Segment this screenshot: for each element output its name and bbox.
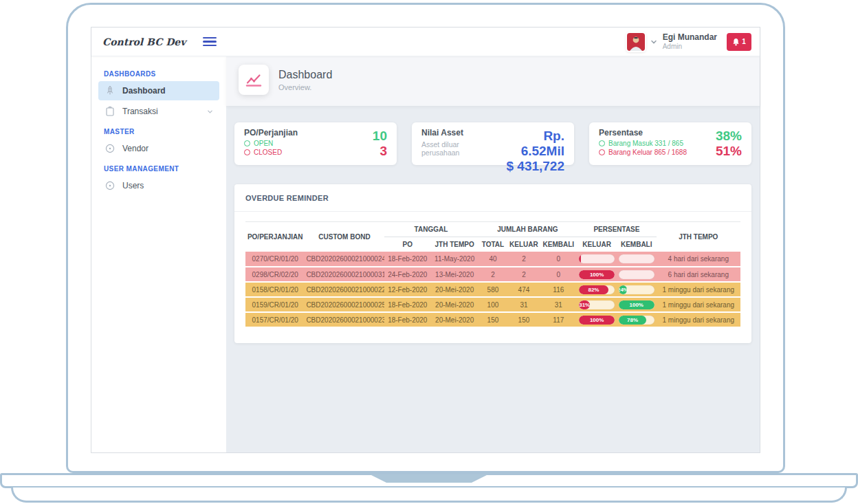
cell-pers-kembali <box>617 267 657 282</box>
hamburger-menu-icon[interactable] <box>200 34 219 50</box>
cell-pers-keluar: 31% <box>577 297 617 312</box>
cell-tanggal-po: 18-Feb-2020 <box>384 252 431 267</box>
progress-bar-kembali: 24% <box>619 285 654 294</box>
sidebar-item-label: Transaksi <box>122 107 158 116</box>
cell-kembali: 31 <box>540 297 577 312</box>
cell-pers-keluar: 82% <box>577 282 617 297</box>
progress-bar-kembali: 78% <box>619 316 654 325</box>
table-row: 0158/CR/01/20 CBD20202600021000022 12-Fe… <box>245 282 740 297</box>
cell-jth-tempo: 20-Mei-2020 <box>431 282 478 297</box>
overdue-reminder-card: OVERDUE REMINDER PO/PERJAN <box>234 184 751 343</box>
user-role: Admin <box>663 43 717 50</box>
col-header-pers-kembali: KEMBALI <box>617 237 657 252</box>
sidebar-item-label: Dashboard <box>122 86 166 96</box>
col-header-custom-bond: CUSTOM BOND <box>305 222 384 252</box>
asset-value-idr: Rp. 6.52Mil <box>498 129 564 159</box>
cell-custom-bond: CBD20202600021000025 <box>305 297 384 312</box>
user-name: Egi Munandar <box>663 33 717 42</box>
rocket-icon <box>104 85 116 96</box>
progress-bar-kembali <box>619 254 654 263</box>
cell-keluar: 474 <box>508 282 540 297</box>
closed-value: 3 <box>373 144 387 159</box>
sidebar-item-transaksi[interactable]: Transaksi <box>98 102 219 121</box>
cell-tanggal-po: 18-Feb-2020 <box>384 297 431 312</box>
stat-card-persentase: Persentase Barang Masuk 331 / 865 Barang… <box>589 122 751 165</box>
col-group-tanggal: TANGGAL <box>384 222 478 237</box>
topbar: Control BC Dev Egi Munandar <box>91 28 760 56</box>
sidebar-section-user-management: USER MANAGEMENT <box>104 165 214 173</box>
sidebar-item-dashboard[interactable]: Dashboard <box>98 81 219 100</box>
user-menu[interactable]: Egi Munandar Admin <box>663 33 717 50</box>
cell-pers-keluar: 100% <box>577 312 617 327</box>
cell-due: 1 minggu dari sekarang <box>657 312 740 327</box>
stat-card-nilai-asset: Nilai Asset Asset diluar perusahaan Rp. … <box>412 122 574 165</box>
open-value: 10 <box>373 129 387 144</box>
progress-bar-keluar: 31% <box>579 300 615 309</box>
cell-total: 40 <box>478 252 507 267</box>
table-row: 0157/CR/01/20 CBD20202600021000023 18-Fe… <box>245 312 740 327</box>
cell-jth-tempo: 11-May-2020 <box>431 252 478 267</box>
sidebar-section-dashboards: DASHBOARDS <box>104 70 214 78</box>
keluar-percent: 51% <box>716 144 742 159</box>
col-header-total: TOTAL <box>478 237 507 252</box>
sidebar-item-label: Vendor <box>122 144 148 153</box>
sidebar-section-master: MASTER <box>104 128 214 135</box>
progress-bar-keluar <box>579 254 615 263</box>
cell-po: 0157/CR/01/20 <box>245 312 305 327</box>
sidebar: DASHBOARDS Dashboard Transaksi <box>91 56 226 452</box>
notifications-button[interactable]: 1 <box>727 33 751 51</box>
cell-pers-kembali <box>617 252 657 267</box>
cell-pers-keluar: 100% <box>577 267 617 282</box>
app-logo[interactable]: Control BC Dev <box>102 36 200 47</box>
cell-jth-tempo: 13-Mei-2020 <box>431 267 478 282</box>
cell-total: 100 <box>478 297 507 312</box>
progress-bar-kembali: 100% <box>619 300 654 309</box>
cell-total: 580 <box>478 282 507 297</box>
stat-card-po-perjanjian: PO/Perjanjian OPEN CLOSED 10 3 <box>234 122 397 165</box>
cell-kembali: 117 <box>540 312 577 327</box>
bell-icon <box>732 38 740 46</box>
col-header-keluar: KELUAR <box>508 237 540 252</box>
avatar[interactable] <box>627 33 645 51</box>
overdue-reminder-title: OVERDUE REMINDER <box>245 194 740 211</box>
page-subtitle: Overview. <box>278 83 332 91</box>
barang-keluar-label: Barang Keluar 865 / 1688 <box>608 149 687 156</box>
col-header-pers-keluar: KELUAR <box>577 237 617 252</box>
cell-keluar: 2 <box>508 252 540 267</box>
cell-keluar: 31 <box>508 297 540 312</box>
cell-pers-kembali: 78% <box>617 312 657 327</box>
sidebar-item-users[interactable]: Users <box>98 176 219 195</box>
cell-tanggal-po: 12-Feb-2020 <box>384 282 431 297</box>
col-header-po-perjanjian: PO/PERJANJIAN <box>245 222 305 252</box>
table-row: 0270/CR/01/20 CBD20202600021000024 18-Fe… <box>245 252 740 267</box>
progress-bar-keluar: 100% <box>579 270 615 279</box>
cell-kembali: 116 <box>540 282 577 297</box>
laptop-screen-frame: Control BC Dev Egi Munandar <box>66 3 785 473</box>
circle-outline-icon <box>244 140 250 146</box>
main-content: PO/Perjanjian OPEN CLOSED 10 3 Ni <box>226 106 760 452</box>
circle-outline-icon <box>244 149 250 155</box>
circle-outline-icon <box>599 140 605 146</box>
stat-title: Nilai Asset <box>421 128 498 138</box>
cell-po: 0159/CR/01/20 <box>245 297 305 312</box>
stat-title: Persentase <box>599 128 687 138</box>
progress-bar-kembali <box>619 270 654 279</box>
progress-bar-keluar: 100% <box>579 316 615 325</box>
table-row: 0159/CR/01/20 CBD20202600021000025 18-Fe… <box>245 297 740 312</box>
notification-count-badge: 1 <box>742 38 746 45</box>
cell-keluar: 150 <box>508 312 540 327</box>
cell-tanggal-po: 18-Feb-2020 <box>384 312 431 327</box>
cell-custom-bond: CBD20202600021000031 <box>305 267 384 282</box>
chevron-down-icon[interactable] <box>650 39 657 45</box>
cell-jth-tempo: 20-Mei-2020 <box>431 312 478 327</box>
overdue-reminder-table: PO/PERJANJIAN CUSTOM BOND TANGGAL JUMLAH… <box>245 221 740 328</box>
circle-outline-icon <box>599 149 605 155</box>
cell-due: 4 hari dari sekarang <box>657 252 740 267</box>
sidebar-item-vendor[interactable]: Vendor <box>98 139 219 158</box>
progress-bar-keluar: 82% <box>579 285 615 294</box>
cell-due: 6 hari dari sekarang <box>657 267 740 282</box>
cell-tanggal-po: 24-Feb-2020 <box>384 267 431 282</box>
col-header-jth-tempo: JTH TEMPO <box>657 222 740 252</box>
circle-icon <box>104 180 116 191</box>
open-label: OPEN <box>254 140 273 147</box>
